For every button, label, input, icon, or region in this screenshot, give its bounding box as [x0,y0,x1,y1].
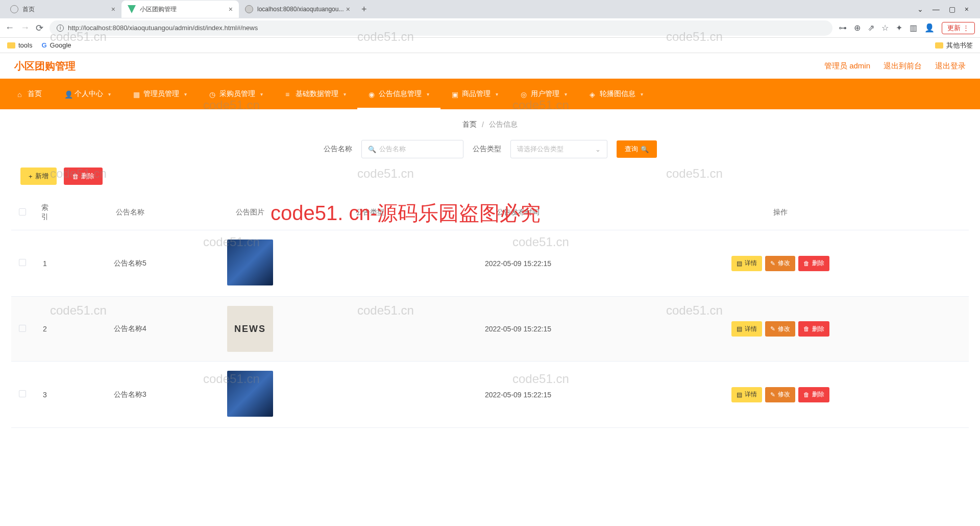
bookmark-tools[interactable]: tools [7,41,32,49]
nav-notice-mgmt[interactable]: ◉ 公告信息管理 ▾ [357,79,440,109]
close-icon[interactable]: × [965,5,969,13]
thumbnail-image[interactable] [227,371,273,417]
nav-personal[interactable]: 👤 个人中心 ▾ [53,79,122,109]
chevron-down-icon: ▾ [344,91,346,97]
zoom-icon[interactable]: ⊕ [854,23,861,33]
other-bookmarks[interactable]: 其他书签 [935,41,973,50]
edit-icon: ✎ [770,391,775,398]
back-button[interactable]: ← [5,22,14,33]
delete-button[interactable]: 🗑 删除 [64,168,103,185]
cell-name: 公告名称5 [56,230,204,297]
action-row: + 新增 🗑 删除 [11,168,969,185]
chevron-down-icon: ▾ [260,91,263,97]
avatar-icon[interactable]: 👤 [924,23,935,33]
thumbnail-image[interactable]: NEWS [227,306,273,352]
nav-carousel[interactable]: ◈ 轮播图信息 ▾ [578,79,654,109]
trash-icon: 🗑 [803,260,810,267]
update-button[interactable]: 更新⋮ [942,22,975,34]
url-input[interactable]: i http://localhost:8080/xiaoqutuangou/ad… [50,20,832,36]
key-icon[interactable]: ⊶ [839,23,847,33]
tab-title: 首页 [22,5,35,14]
close-icon[interactable]: × [229,5,233,13]
info-icon: i [57,25,64,32]
row-checkbox[interactable] [19,390,26,397]
minimize-icon[interactable]: — [933,5,940,13]
th-time: 公告发布时间 [444,195,592,230]
folder-icon [935,42,943,49]
breadcrumb: 首页 / 公告信息 [0,109,980,140]
cell-type [296,230,444,297]
nav-user-mgmt[interactable]: ◎ 用户管理 ▾ [509,79,578,109]
th-name: 公告名称 [56,195,204,230]
browser-tab-2[interactable]: localhost:8080/xiaoqutuangou... × [239,1,356,18]
logout-front-link[interactable]: 退出到前台 [884,61,922,71]
edit-button[interactable]: ✎ 修改 [765,387,795,402]
browser-tab-1[interactable]: 小区团购管理 × [121,1,239,18]
globe-icon [10,5,18,13]
dropdown-icon[interactable]: ⌄ [917,5,923,13]
nav-basedata-mgmt[interactable]: ≡ 基础数据管理 ▾ [274,79,357,109]
reload-button[interactable]: ⟳ [36,22,43,34]
table-row: 1公告名称52022-05-09 15:22:15▤ 详情✎ 修改🗑 删除 [11,230,969,297]
chevron-down-icon: ⌄ [595,146,601,153]
breadcrumb-home[interactable]: 首页 [462,120,477,129]
row-checkbox[interactable] [19,259,26,266]
tab-bar: 首页 × 小区团购管理 × localhost:8080/xiaoqutuang… [0,0,980,18]
addr-right: ⊶ ⊕ ⇗ ☆ ✦ ▥ 👤 更新⋮ [839,22,975,34]
share-icon[interactable]: ⇗ [868,23,874,33]
nav-product-mgmt[interactable]: ▣ 商品管理 ▾ [440,79,509,109]
admin-label[interactable]: 管理员 admin [824,61,870,71]
cell-name: 公告名称4 [56,297,204,362]
bookmark-google[interactable]: G Google [41,41,71,49]
type-select[interactable]: 请选择公告类型 ⌄ [510,140,607,158]
cell-time: 2022-05-09 15:22:15 [444,362,592,428]
search-icon: 🔍 [368,146,376,153]
extensions-icon[interactable]: ✦ [896,23,902,33]
user-icon: 👤 [64,90,71,98]
row-checkbox[interactable] [19,325,26,332]
row-delete-button[interactable]: 🗑 删除 [798,256,829,271]
app-header: 小区团购管理 管理员 admin 退出到前台 退出登录 [0,53,980,79]
new-tab-button[interactable]: + [356,4,372,15]
table-row: 3公告名称32022-05-09 15:22:15▤ 详情✎ 修改🗑 删除 [11,362,969,428]
nav-admin-mgmt[interactable]: ▦ 管理员管理 ▾ [122,79,198,109]
cell-name: 公告名称3 [56,362,204,428]
edit-icon: ✎ [770,325,775,332]
detail-button[interactable]: ▤ 详情 [731,387,762,402]
cell-time: 2022-05-09 15:22:15 [444,297,592,362]
edit-button[interactable]: ✎ 修改 [765,256,795,271]
add-button[interactable]: + 新增 [20,168,57,185]
thumbnail-image[interactable] [227,240,273,285]
browser-tab-0[interactable]: 首页 × [4,1,121,18]
detail-button[interactable]: ▤ 详情 [731,321,762,337]
chevron-down-icon: ▾ [108,91,111,97]
select-all-checkbox[interactable] [19,208,26,216]
purchaser-icon: ◷ [209,90,216,98]
query-button[interactable]: 查询 🔍 [617,140,657,158]
trash-icon: 🗑 [803,325,810,332]
star-icon[interactable]: ☆ [881,23,889,33]
header-actions: 管理员 admin 退出到前台 退出登录 [824,61,966,71]
close-icon[interactable]: × [111,5,115,13]
row-delete-button[interactable]: 🗑 删除 [798,321,829,337]
trash-icon: 🗑 [803,391,810,398]
detail-button[interactable]: ▤ 详情 [731,256,762,271]
nav-purchaser-mgmt[interactable]: ◷ 采购员管理 ▾ [198,79,274,109]
forward-button[interactable]: → [20,22,30,33]
th-type: 公告类型 [296,195,444,230]
row-delete-button[interactable]: 🗑 删除 [798,387,829,402]
th-index: 索引 [34,195,56,230]
edit-button[interactable]: ✎ 修改 [765,321,795,337]
content-panel: 公告名称 🔍 公告名称 公告类型 请选择公告类型 ⌄ 查询 🔍 + 新增 🗑 删… [0,140,980,438]
admin-icon: ▦ [133,90,140,98]
google-icon: G [41,41,46,49]
panel-icon[interactable]: ▥ [910,23,917,33]
close-icon[interactable]: × [346,5,350,13]
name-input[interactable]: 🔍 公告名称 [361,140,463,158]
logout-link[interactable]: 退出登录 [935,61,966,71]
maximize-icon[interactable]: ▢ [949,5,955,13]
users-icon: ◎ [521,90,528,98]
chevron-down-icon: ▾ [496,91,498,97]
notice-table: 索引 公告名称 公告图片 公告类型 公告发布时间 操作 1公告名称52022-0… [11,195,969,428]
nav-home[interactable]: ⌂ 首页 [6,79,53,109]
